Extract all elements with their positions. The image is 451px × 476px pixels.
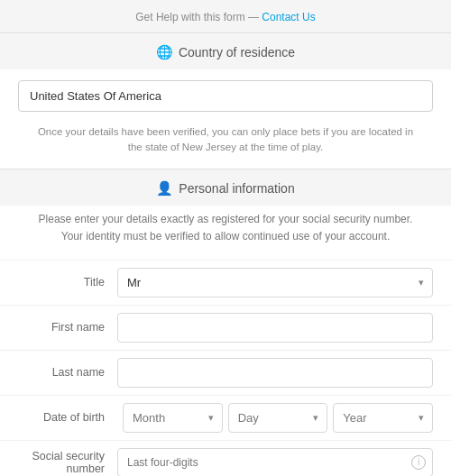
help-bar: Get Help with this form — Contact Us: [0, 0, 451, 32]
country-note: Once your details have been verified, yo…: [0, 117, 451, 169]
title-label: Title: [18, 276, 117, 288]
personal-info-description: Please enter your details exactly as reg…: [0, 206, 451, 260]
country-section-title: Country of residence: [179, 45, 295, 60]
dob-day-select[interactable]: Day: [228, 403, 328, 433]
person-icon: 👤: [156, 180, 173, 197]
personal-section-title: Personal information: [179, 181, 294, 196]
dob-month-select[interactable]: Month JanuaryFebruaryMarch AprilMayJune …: [123, 403, 223, 433]
ssn-info-icon[interactable]: i: [411, 455, 426, 470]
country-field-container: [0, 69, 451, 117]
last-name-row: Last name: [0, 350, 451, 395]
dob-month-wrap: Month JanuaryFebruaryMarch AprilMayJune …: [123, 403, 223, 433]
first-name-label: First name: [18, 321, 117, 334]
country-input[interactable]: [18, 80, 433, 112]
dob-year-wrap: Year ▾: [333, 403, 433, 433]
last-name-input[interactable]: [117, 358, 433, 388]
dob-label: Date of birth: [18, 411, 117, 424]
title-row: Title Mr Mrs Ms Dr ▾: [0, 260, 451, 305]
contact-us-link[interactable]: Contact Us: [262, 11, 315, 23]
help-text: Get Help with this form —: [135, 11, 259, 23]
ssn-label: Social security number: [18, 450, 117, 475]
first-name-input[interactable]: [117, 313, 433, 343]
ssn-row: Social security number i: [0, 440, 451, 476]
dob-row: Date of birth Month JanuaryFebruaryMarch…: [0, 395, 451, 440]
title-select[interactable]: Mr Mrs Ms Dr: [117, 268, 433, 298]
ssn-input-wrap: i: [117, 448, 433, 476]
dob-year-select[interactable]: Year: [333, 403, 433, 433]
ssn-input[interactable]: [117, 448, 433, 476]
country-section-header: 🌐 Country of residence: [0, 33, 451, 69]
first-name-row: First name: [0, 305, 451, 350]
title-select-wrapper: Mr Mrs Ms Dr ▾: [117, 268, 433, 298]
dob-day-wrap: Day ▾: [228, 403, 328, 433]
personal-section-header: 👤 Personal information: [0, 169, 451, 206]
globe-icon: 🌐: [156, 44, 173, 60]
personal-info-section: Please enter your details exactly as reg…: [0, 206, 451, 477]
last-name-label: Last name: [18, 366, 117, 379]
dob-selects: Month JanuaryFebruaryMarch AprilMayJune …: [123, 403, 433, 433]
